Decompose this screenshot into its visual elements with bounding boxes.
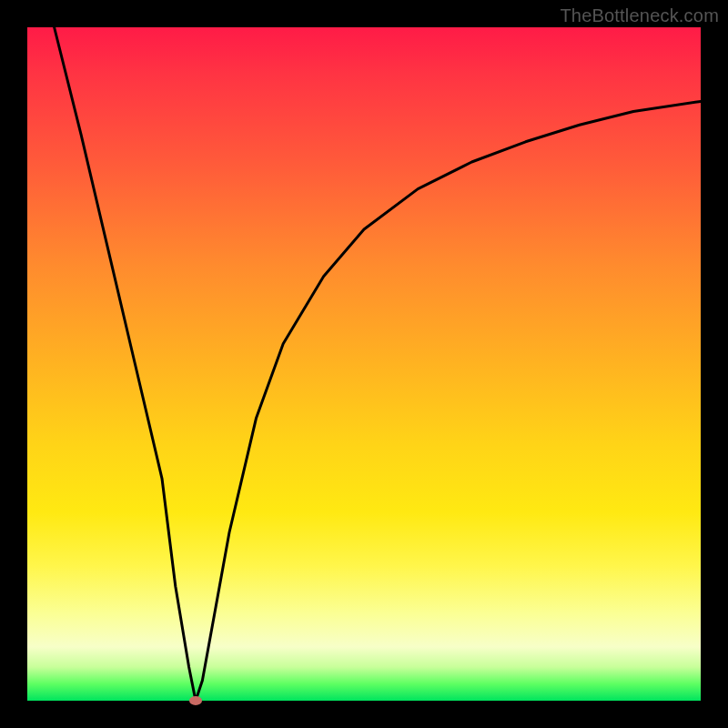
watermark-text: TheBottleneck.com bbox=[560, 5, 719, 26]
chart-frame: TheBottleneck.com bbox=[0, 0, 728, 728]
minimum-marker bbox=[189, 696, 202, 705]
curve-layer bbox=[27, 27, 701, 701]
plot-area bbox=[27, 27, 701, 701]
bottleneck-curve bbox=[55, 27, 701, 701]
